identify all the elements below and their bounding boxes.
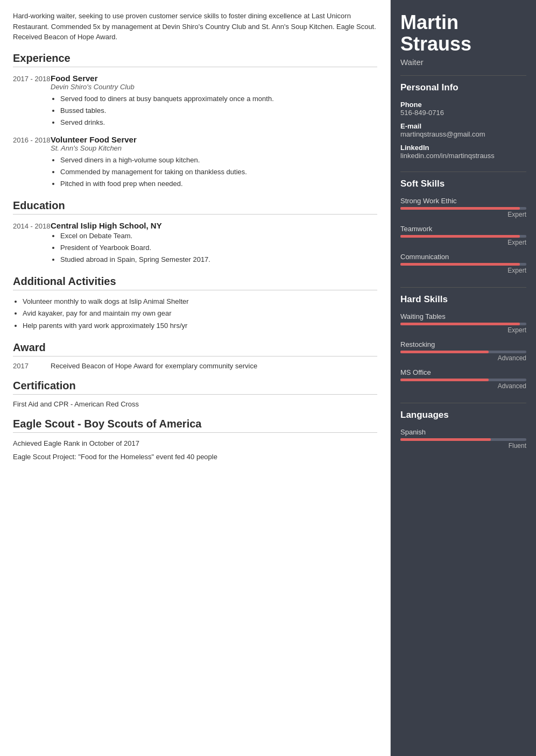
- table-row: 2017 - 2018 Food Server Devin Shiro's Co…: [13, 74, 377, 129]
- eagle-scout-section: Eagle Scout - Boy Scouts of America Achi…: [13, 418, 377, 462]
- entry-title: Central Islip High School, NY: [51, 221, 377, 230]
- email-value: martinqstrauss@gmail.com: [400, 130, 526, 138]
- skill-bar-bg: [400, 351, 526, 353]
- additional-bullets: Volunteer monthly to walk dogs at Islip …: [13, 296, 377, 331]
- skill-level: Fluent: [400, 442, 526, 450]
- skill-bar-bg: [400, 379, 526, 381]
- table-row: 2014 - 2018 Central Islip High School, N…: [13, 221, 377, 266]
- award-title: Award: [13, 341, 377, 356]
- right-column: Martin Strauss Waiter Personal Info Phon…: [391, 0, 536, 756]
- eagle-line-2: Eagle Scout Project: "Food for the Homel…: [13, 452, 377, 462]
- skill-bar-fill: [400, 379, 489, 381]
- education-section: Education 2014 - 2018 Central Islip High…: [13, 199, 377, 266]
- skill-name: Restocking: [400, 340, 526, 348]
- list-item: Served drinks.: [60, 117, 377, 129]
- eagle-line-1: Achieved Eagle Rank in October of 2017: [13, 438, 377, 449]
- award-section: Award 2017 Received Beacon of Hope Award…: [13, 341, 377, 370]
- experience-section: Experience 2017 - 2018 Food Server Devin…: [13, 52, 377, 190]
- skill-item: Restocking Advanced: [400, 340, 526, 362]
- phone-label: Phone: [400, 101, 526, 109]
- name-block: Martin Strauss Waiter: [391, 0, 536, 75]
- skill-item: Communication Expert: [400, 253, 526, 274]
- skill-bar-bg: [400, 438, 526, 441]
- certification-section: Certification First Aid and CPR - Americ…: [13, 380, 377, 408]
- skill-bar-fill: [400, 323, 520, 325]
- entry-content: Volunteer Food Server St. Ann's Soup Kit…: [51, 135, 377, 190]
- list-item: Bussed tables.: [60, 105, 377, 117]
- education-title: Education: [13, 199, 377, 215]
- languages-section: Languages Spanish Fluent: [391, 403, 536, 462]
- eagle-scout-title: Eagle Scout - Boy Scouts of America: [13, 418, 377, 433]
- list-item: Pitched in with food prep when needed.: [60, 178, 377, 190]
- skill-item: Strong Work Ethic Expert: [400, 197, 526, 218]
- email-label: E-mail: [400, 122, 526, 130]
- skill-item: Spanish Fluent: [400, 428, 526, 450]
- skill-level: Advanced: [400, 354, 526, 362]
- summary-text: Hard-working waiter, seeking to use prov…: [13, 11, 377, 42]
- skill-item: Waiting Tables Expert: [400, 312, 526, 334]
- skill-name: Spanish: [400, 428, 526, 436]
- skill-level: Expert: [400, 211, 526, 218]
- skill-name: MS Office: [400, 368, 526, 376]
- phone-value: 516-849-0716: [400, 109, 526, 117]
- skill-bar-fill: [400, 235, 520, 238]
- additional-entry: Volunteer monthly to walk dogs at Islip …: [13, 296, 377, 331]
- skill-level: Advanced: [400, 382, 526, 390]
- entry-bullets: Excel on Debate Team. President of Yearb…: [51, 230, 377, 266]
- skill-bar-bg: [400, 235, 526, 238]
- experience-title: Experience: [13, 52, 377, 67]
- entry-title: Food Server: [51, 74, 377, 83]
- certification-title: Certification: [13, 380, 377, 395]
- skill-bar-fill: [400, 351, 489, 353]
- left-column: Hard-working waiter, seeking to use prov…: [0, 0, 391, 756]
- candidate-name: Martin Strauss: [400, 12, 526, 54]
- skill-name: Waiting Tables: [400, 312, 526, 320]
- list-item: Commended by management for taking on th…: [60, 166, 377, 178]
- skill-bar-bg: [400, 263, 526, 266]
- skill-bar-bg: [400, 207, 526, 210]
- certification-text: First Aid and CPR - American Red Cross: [13, 400, 377, 408]
- skill-item: Teamwork Expert: [400, 225, 526, 246]
- entry-date: 2017 - 2018: [13, 74, 51, 129]
- email-field: E-mail martinqstrauss@gmail.com: [400, 122, 526, 138]
- award-date: 2017: [13, 362, 51, 370]
- skill-name: Communication: [400, 253, 526, 261]
- skill-level: Expert: [400, 326, 526, 334]
- hard-skills-title: Hard Skills: [400, 294, 526, 307]
- list-item: Excel on Debate Team.: [60, 230, 377, 242]
- list-item: President of Yearbook Board.: [60, 242, 377, 254]
- entry-content: Central Islip High School, NY Excel on D…: [51, 221, 377, 266]
- soft-skills-title: Soft Skills: [400, 179, 526, 191]
- entry-bullets: Served diners in a high-volume soup kitc…: [51, 154, 377, 190]
- skill-bar-fill: [400, 207, 520, 210]
- entry-subtitle: St. Ann's Soup Kitchen: [51, 144, 377, 152]
- list-item: Volunteer monthly to walk dogs at Islip …: [23, 296, 377, 308]
- linkedin-field: LinkedIn linkedin.com/in/martinqstrauss: [400, 144, 526, 160]
- skill-level: Expert: [400, 267, 526, 274]
- linkedin-label: LinkedIn: [400, 144, 526, 152]
- additional-section: Additional Activities Volunteer monthly …: [13, 275, 377, 331]
- skill-bar-fill: [400, 438, 491, 441]
- personal-info-title: Personal Info: [400, 82, 526, 95]
- soft-skills-section: Soft Skills Strong Work Ethic Expert Tea…: [391, 172, 536, 287]
- entry-bullets: Served food to diners at busy banquets a…: [51, 93, 377, 129]
- hard-skills-section: Hard Skills Waiting Tables Expert Restoc…: [391, 288, 536, 403]
- entry-subtitle: Devin Shiro's Country Club: [51, 83, 377, 91]
- skill-item: MS Office Advanced: [400, 368, 526, 390]
- entry-title: Volunteer Food Server: [51, 135, 377, 144]
- entry-content: Food Server Devin Shiro's Country Club S…: [51, 74, 377, 129]
- personal-info-section: Personal Info Phone 516-849-0716 E-mail …: [391, 76, 536, 172]
- entry-date: 2014 - 2018: [13, 221, 51, 266]
- list-item: Served food to diners at busy banquets a…: [60, 93, 377, 105]
- skill-level: Expert: [400, 239, 526, 246]
- skill-bar-fill: [400, 263, 520, 266]
- eagle-entry: Achieved Eagle Rank in October of 2017 E…: [13, 438, 377, 462]
- skill-name: Teamwork: [400, 225, 526, 233]
- list-item: Served diners in a high-volume soup kitc…: [60, 154, 377, 166]
- list-item: Studied abroad in Spain, Spring Semester…: [60, 254, 377, 266]
- award-text: Received Beacon of Hope Award for exempl…: [51, 362, 257, 370]
- languages-title: Languages: [400, 410, 526, 423]
- list-item: Help parents with yard work approximatel…: [23, 320, 377, 332]
- entry-date: 2016 - 2018: [13, 135, 51, 190]
- skill-name: Strong Work Ethic: [400, 197, 526, 205]
